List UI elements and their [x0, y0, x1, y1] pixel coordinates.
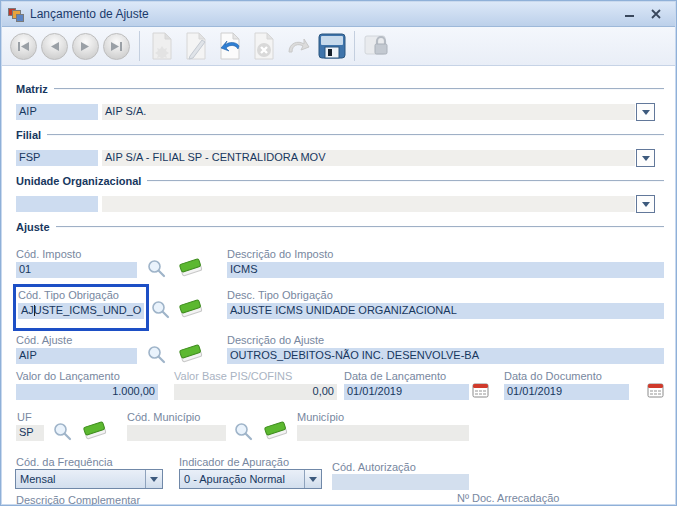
unidade-code-field[interactable]: [16, 196, 98, 212]
chevron-down-icon: [642, 156, 650, 161]
municipio-field[interactable]: [297, 425, 469, 441]
group-line: [54, 88, 664, 90]
app-icon: [8, 6, 24, 22]
cod-autorizacao-field[interactable]: [332, 474, 469, 490]
indicador-apuracao-value: 0 - Apuração Normal: [180, 473, 304, 485]
valor-lancamento-label: Valor do Lançamento: [16, 370, 120, 382]
title-bar: Lançamento de Ajuste: [2, 2, 675, 27]
group-ajuste-label: Ajuste: [16, 221, 56, 233]
new-record-icon[interactable]: [145, 29, 179, 63]
form-area: Matriz AIP AIP S/A. Filial FSP AIP S/A -…: [2, 66, 675, 504]
nav-first-icon[interactable]: [10, 33, 37, 60]
search-icon[interactable]: [150, 299, 171, 324]
toolbar-separator: [354, 31, 355, 61]
edit-record-icon[interactable]: [179, 29, 213, 63]
cod-frequencia-label: Cód. da Frequência: [16, 456, 113, 468]
group-filial: Filial: [16, 129, 664, 141]
redo-icon[interactable]: [281, 29, 315, 63]
save-icon[interactable]: [315, 29, 349, 63]
nav-previous-icon[interactable]: [41, 33, 68, 60]
descricao-complementar-label: Descrição Complementar: [16, 494, 140, 506]
indicador-apuracao-combo[interactable]: 0 - Apuração Normal: [179, 469, 322, 489]
toolbar: [2, 27, 675, 66]
cod-tipo-obrigacao-label: Cód. Tipo Obrigação: [18, 289, 119, 301]
valor-lancamento-field[interactable]: 1.000,00: [16, 384, 158, 400]
search-icon[interactable]: [146, 258, 167, 283]
cod-tipo-obrigacao-field[interactable]: AJUSTE_ICMS_UND_O: [18, 303, 144, 319]
valor-base-pis-cofins-label: Valor Base PIS/COFINS: [174, 370, 292, 382]
minimize-button[interactable]: [617, 6, 643, 23]
group-filial-label: Filial: [16, 129, 47, 141]
search-icon[interactable]: [146, 344, 167, 369]
filial-dropdown-button[interactable]: [636, 149, 655, 167]
undo-return-icon[interactable]: [213, 29, 247, 63]
app-window: Lançamento de Ajuste: [0, 0, 677, 506]
group-line: [147, 180, 664, 182]
desc-imposto-label: Descrição do Imposto: [227, 248, 333, 260]
window-title: Lançamento de Ajuste: [30, 7, 617, 21]
valor-base-pis-cofins-field[interactable]: 0,00: [174, 384, 337, 400]
search-icon[interactable]: [52, 421, 73, 446]
eraser-icon[interactable]: [178, 258, 206, 282]
combo-dropdown-button[interactable]: [145, 470, 162, 488]
group-ajuste: Ajuste: [16, 221, 664, 233]
desc-tipo-obrigacao-field[interactable]: AJUSTE ICMS UNIDADE ORGANIZACIONAL: [227, 303, 664, 319]
filial-code-field[interactable]: FSP: [16, 150, 98, 166]
cancel-record-icon[interactable]: [247, 29, 281, 63]
data-lancamento-label: Data de Lançamento: [344, 370, 446, 382]
cod-imposto-field[interactable]: 01: [16, 262, 137, 278]
lock-icon[interactable]: [360, 29, 394, 63]
eraser-icon[interactable]: [178, 299, 206, 323]
matriz-description-field[interactable]: AIP S/A.: [102, 104, 635, 120]
nav-next-icon[interactable]: [72, 33, 99, 60]
cod-imposto-label: Cód. Imposto: [16, 248, 81, 260]
combo-dropdown-button[interactable]: [304, 470, 321, 488]
desc-ajuste-field[interactable]: OUTROS_DEBITOS-NÃO INC. DESENVOLVE-BA: [227, 348, 664, 364]
cod-municipio-label: Cód. Município: [127, 411, 200, 423]
close-button[interactable]: [643, 6, 669, 23]
cod-municipio-field[interactable]: [127, 425, 226, 441]
group-line: [56, 226, 664, 228]
data-documento-field[interactable]: 01/01/2019: [504, 384, 629, 400]
data-documento-label: Data do Documento: [504, 370, 602, 382]
eraser-icon[interactable]: [178, 344, 206, 368]
eraser-icon[interactable]: [82, 421, 110, 445]
group-line: [47, 134, 664, 136]
group-matriz-label: Matriz: [16, 83, 54, 95]
calendar-icon[interactable]: [472, 382, 489, 403]
uf-field[interactable]: SP: [16, 425, 44, 441]
group-unidade-label: Unidade Organizacional: [16, 175, 147, 187]
search-icon[interactable]: [233, 421, 254, 446]
cod-autorizacao-label: Cód. Autorização: [332, 461, 416, 473]
desc-tipo-obrigacao-label: Desc. Tipo Obrigação: [227, 289, 333, 301]
municipio-label: Município: [297, 411, 344, 423]
cod-frequencia-value: Mensal: [16, 473, 145, 485]
toolbar-separator: [139, 31, 140, 61]
chevron-down-icon: [642, 202, 650, 207]
calendar-icon[interactable]: [647, 382, 664, 403]
eraser-icon[interactable]: [263, 421, 291, 445]
cod-frequencia-combo[interactable]: Mensal: [15, 469, 163, 489]
num-doc-arrecadacao-label: Nº Doc. Arrecadação: [457, 492, 559, 504]
cod-ajuste-label: Cód. Ajuste: [16, 334, 72, 346]
cod-ajuste-field[interactable]: AIP: [16, 348, 137, 364]
chevron-down-icon: [309, 477, 317, 482]
desc-imposto-field[interactable]: ICMS: [227, 262, 664, 278]
unidade-dropdown-button[interactable]: [636, 195, 655, 213]
filial-description-field[interactable]: AIP S/A - FILIAL SP - CENTRALIDORA MOV: [102, 150, 635, 166]
nav-last-icon[interactable]: [103, 33, 130, 60]
matriz-code-field[interactable]: AIP: [16, 104, 98, 120]
uf-label: UF: [17, 411, 32, 423]
chevron-down-icon: [150, 477, 158, 482]
matriz-dropdown-button[interactable]: [636, 103, 655, 121]
indicador-apuracao-label: Indicador de Apuração: [179, 456, 289, 468]
text-caret: [34, 305, 35, 316]
group-unidade: Unidade Organizacional: [16, 175, 664, 187]
desc-ajuste-label: Descrição do Ajuste: [227, 334, 324, 346]
unidade-description-field[interactable]: [102, 196, 635, 212]
data-lancamento-field[interactable]: 01/01/2019: [344, 384, 469, 400]
group-matriz: Matriz: [16, 83, 664, 95]
chevron-down-icon: [642, 110, 650, 115]
